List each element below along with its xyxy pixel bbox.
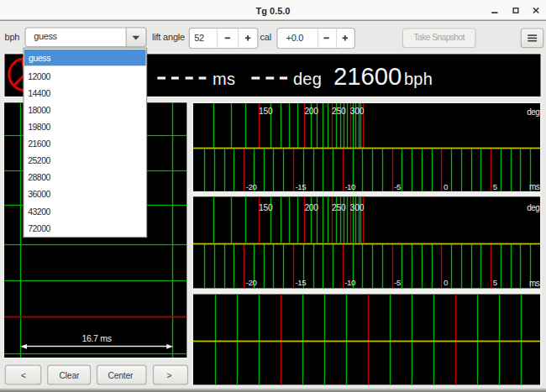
svg-text:300: 300 xyxy=(350,203,365,212)
svg-text:36000: 36000 xyxy=(28,189,50,199)
svg-text:12000: 12000 xyxy=(28,71,50,81)
svg-text:guess: guess xyxy=(29,53,50,63)
svg-text:250: 250 xyxy=(332,203,346,212)
svg-text:-10: -10 xyxy=(344,278,356,287)
svg-text:-15: -15 xyxy=(296,182,307,191)
svg-text:5: 5 xyxy=(493,278,497,287)
svg-text:25200: 25200 xyxy=(28,155,50,165)
svg-text:18000: 18000 xyxy=(28,105,50,115)
svg-text:deg: deg xyxy=(527,203,539,212)
svg-text:21600: 21600 xyxy=(28,139,50,149)
svg-text:bph: bph xyxy=(404,70,433,88)
svg-text:5: 5 xyxy=(493,182,497,191)
svg-text:200: 200 xyxy=(304,203,318,212)
svg-text:14400: 14400 xyxy=(28,88,50,98)
svg-text:150: 150 xyxy=(259,107,273,116)
svg-text:-10: -10 xyxy=(344,182,356,191)
svg-text:300: 300 xyxy=(350,107,365,116)
svg-text:28800: 28800 xyxy=(28,172,50,182)
svg-text:Tg 0.5.0: Tg 0.5.0 xyxy=(256,6,291,16)
svg-text:ms: ms xyxy=(213,70,235,88)
svg-text:<: < xyxy=(21,371,26,380)
svg-text:+0.0: +0.0 xyxy=(286,33,304,43)
svg-text:21600: 21600 xyxy=(333,62,402,90)
svg-text:250: 250 xyxy=(332,107,346,116)
svg-text:200: 200 xyxy=(304,107,318,116)
svg-text:cal: cal xyxy=(260,32,271,42)
svg-text:ms: ms xyxy=(529,182,540,191)
svg-text:deg: deg xyxy=(293,70,322,88)
svg-text:-5: -5 xyxy=(394,278,401,287)
svg-text:72000: 72000 xyxy=(28,223,50,233)
svg-text:deg: deg xyxy=(527,107,539,117)
svg-text:52: 52 xyxy=(194,33,204,43)
svg-text:ms: ms xyxy=(529,279,540,288)
svg-text:43200: 43200 xyxy=(28,206,50,217)
svg-text:Take Snapshot: Take Snapshot xyxy=(414,33,465,42)
svg-text:-15: -15 xyxy=(296,278,307,287)
svg-text:-5: -5 xyxy=(394,182,401,191)
svg-text:-20: -20 xyxy=(246,182,258,191)
svg-text:19800: 19800 xyxy=(28,122,50,132)
svg-text:lift angle: lift angle xyxy=(152,32,185,42)
svg-text:>: > xyxy=(166,371,171,380)
svg-text:Clear: Clear xyxy=(60,371,80,380)
svg-text:150: 150 xyxy=(259,203,273,212)
svg-text:-20: -20 xyxy=(246,278,258,287)
svg-text:guess: guess xyxy=(34,31,57,41)
svg-text:Center: Center xyxy=(108,371,134,380)
svg-text:bph: bph xyxy=(5,32,20,42)
svg-text:16.7 ms: 16.7 ms xyxy=(81,333,111,343)
